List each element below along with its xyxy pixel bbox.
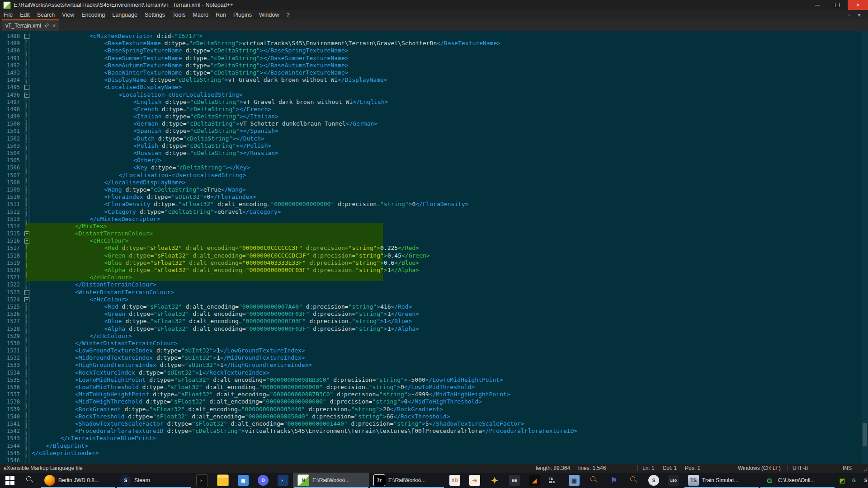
- gecko-taskbar-button[interactable]: GC:\Users\Onli...: [760, 473, 835, 488]
- code-line[interactable]: 1509<Wang d:type="cDeltaString">eTrue</W…: [0, 186, 862, 193]
- code-line[interactable]: 1512<Category d:type="cDeltaString">eGra…: [0, 208, 862, 216]
- fold-collapse-icon[interactable]: −: [24, 93, 29, 98]
- code-line[interactable]: 1493<BaseWinterTextureName d:type="cDelt…: [0, 69, 862, 76]
- code-line[interactable]: 1517<Red d:type="sFloat32" d:alt_encodin…: [0, 244, 862, 252]
- tsdls-taskbar-button[interactable]: TS DLS: [544, 473, 564, 488]
- fold-margin[interactable]: −: [23, 33, 32, 40]
- fold-margin[interactable]: −: [23, 84, 32, 91]
- code-line[interactable]: 1525<Red d:type="sFloat32" d:alt_encodin…: [0, 303, 862, 310]
- menu-item-window[interactable]: Window: [255, 12, 283, 18]
- fold-collapse-icon[interactable]: −: [24, 231, 29, 236]
- trainsim-taskbar-button[interactable]: TSTrain Simulat...: [684, 473, 760, 488]
- menu-item-file[interactable]: File: [0, 12, 16, 18]
- affinity-taskbar-button[interactable]: ◢: [524, 473, 544, 488]
- finder1-taskbar-button[interactable]: [584, 473, 604, 488]
- menu-item-encoding[interactable]: Encoding: [78, 12, 108, 18]
- fold-margin[interactable]: −: [23, 230, 32, 237]
- code-line[interactable]: 1515−<DistantTerrainColour>: [0, 230, 862, 237]
- code-line[interactable]: 1518<Green d:type="sFloat32" d:alt_encod…: [0, 252, 862, 259]
- resize-grip[interactable]: [861, 464, 868, 473]
- explorer-taskbar-button[interactable]: [212, 473, 233, 488]
- code-line[interactable]: 1532<MidGroundTextureIndex d:type="sUInt…: [0, 354, 862, 361]
- finder2-taskbar-button[interactable]: [624, 473, 644, 488]
- code-line[interactable]: 1500<German d:type="cDeltaString">vT Sch…: [0, 120, 862, 127]
- code-line[interactable]: 1541<ShadowTextureScaleFactor d:type="sF…: [0, 420, 862, 427]
- code-line[interactable]: 1489<BaseTextureName d:type="cDeltaStrin…: [0, 40, 862, 47]
- tab-close-icon[interactable]: ×: [52, 23, 56, 28]
- fold-margin[interactable]: −: [23, 296, 32, 303]
- firefox-taskbar-button[interactable]: Berlin JWD 0.8...: [40, 473, 116, 488]
- code-line[interactable]: 1501<Spanish d:type="cDeltaString"></Spa…: [0, 127, 862, 135]
- editor-pane[interactable]: 1488−<cMixTexDescriptor d:id="15717">148…: [0, 31, 862, 464]
- code-line[interactable]: 1505<Other/>: [0, 157, 862, 164]
- calculator-taskbar-button[interactable]: ▦: [233, 473, 253, 488]
- search-taskbar-button[interactable]: [20, 473, 40, 488]
- hxd-taskbar-button[interactable]: XD: [445, 473, 465, 488]
- code-line[interactable]: 1526<Green d:type="sFloat32" d:alt_encod…: [0, 310, 862, 318]
- code-line[interactable]: 1488−<cMixTexDescriptor d:id="15717">: [0, 33, 862, 40]
- scrollbar-thumb[interactable]: [863, 423, 867, 446]
- code-line[interactable]: 1510<FloraIndex d:type="sUInt32">0</Flor…: [0, 193, 862, 201]
- code-line[interactable]: 1495−<LocalisedDisplayName>: [0, 84, 862, 91]
- start-taskbar-button[interactable]: [0, 473, 20, 488]
- code-line[interactable]: 1497<English d:type="cDeltaString">vT Gr…: [0, 99, 862, 106]
- menu-item-settings[interactable]: Settings: [141, 12, 169, 18]
- nvidia-tray-icon[interactable]: ◩: [837, 475, 847, 485]
- menu-item-plugins[interactable]: Plugins: [230, 12, 255, 18]
- code-line[interactable]: 1498<French d:type="cDeltaString"></Fren…: [0, 106, 862, 113]
- code-line[interactable]: 1519<Blue d:type="sFloat32" d:alt_encodi…: [0, 259, 862, 267]
- fold-collapse-icon[interactable]: −: [24, 290, 29, 295]
- notepadpp-taskbar-button[interactable]: NE:\RailWorks\...: [293, 473, 369, 488]
- steam-taskbar-button[interactable]: SSteam: [116, 473, 192, 488]
- close-button[interactable]: ×: [848, 0, 868, 10]
- new-tab-icon[interactable]: +: [848, 12, 850, 18]
- lso-taskbar-button[interactable]: LSO: [664, 473, 684, 488]
- fold-collapse-icon[interactable]: −: [24, 85, 29, 90]
- maximize-button[interactable]: [827, 0, 848, 10]
- discord-taskbar-button[interactable]: D: [253, 473, 273, 488]
- cmd-taskbar-button[interactable]: >_: [192, 473, 212, 488]
- gecko-tray-icon[interactable]: G: [849, 475, 859, 485]
- s-tool-taskbar-button[interactable]: S: [644, 473, 664, 488]
- code-line[interactable]: 1530</WinterDistantTerrainColour>: [0, 340, 862, 347]
- gold-tool-taskbar-button[interactable]: ✦: [485, 473, 505, 488]
- steam-tray-icon[interactable]: S: [861, 475, 868, 485]
- pin-icon[interactable]: [44, 23, 49, 28]
- code-line[interactable]: 1490<BaseSpringTextureName d:type="cDelt…: [0, 47, 862, 54]
- sevenzip-taskbar-button[interactable]: 7zE:\RailWorks\...: [369, 473, 445, 488]
- code-line[interactable]: 1545</cBlueprintLoader>: [0, 450, 862, 457]
- menu-item-search[interactable]: Search: [33, 12, 59, 18]
- fold-collapse-icon[interactable]: −: [24, 297, 29, 302]
- code-line[interactable]: 1524−<cHcColour>: [0, 296, 862, 303]
- tab-vt-terrain[interactable]: vT_Terrain.xml ×: [2, 19, 59, 31]
- eib-taskbar-button[interactable]: EiB: [505, 473, 524, 488]
- code-line[interactable]: 1516−<cHcColour>: [0, 237, 862, 244]
- code-line[interactable]: 1520<Alpha d:type="sFloat32" d:alt_encod…: [0, 267, 862, 274]
- menu-item-macro[interactable]: Macro: [189, 12, 212, 18]
- code-line[interactable]: 1523−<WinterDistantTerrainColour>: [0, 289, 862, 296]
- code-line[interactable]: 1531<LowGroundTextureIndex d:type="sUInt…: [0, 347, 862, 354]
- code-line[interactable]: 1536<LowToMidThreshold d:type="sFloat32"…: [0, 384, 862, 391]
- code-line[interactable]: 1540<RockThreshold d:type="sFloat32" d:a…: [0, 413, 862, 420]
- code-line[interactable]: 1507</Localisation-cUserLocalisedString>: [0, 172, 862, 179]
- minimize-button[interactable]: [807, 0, 827, 10]
- tab-list-icon[interactable]: ▼: [857, 12, 862, 18]
- installer-taskbar-button[interactable]: ➔: [465, 473, 485, 488]
- code-line[interactable]: 1504<Russian d:type="cDeltaString"></Rus…: [0, 150, 862, 157]
- code-line[interactable]: 1546: [0, 457, 862, 464]
- code-line[interactable]: 1506<Key d:type="cDeltaString"></Key>: [0, 164, 862, 171]
- code-line[interactable]: 1544</Blueprint>: [0, 442, 862, 450]
- code-line[interactable]: 1528<Alpha d:type="sFloat32" d:alt_encod…: [0, 325, 862, 333]
- code-line[interactable]: 1543</cTerrainTextureBluePrint>: [0, 435, 862, 442]
- code-line[interactable]: 1514</MixTex>: [0, 223, 862, 230]
- code-line[interactable]: 1529</cHcColour>: [0, 333, 862, 340]
- code-line[interactable]: 1499<Italian d:type="cDeltaString"></Ita…: [0, 113, 862, 120]
- code-line[interactable]: 1538<MidToHighThreshold d:type="sFloat32…: [0, 398, 862, 405]
- code-line[interactable]: 1521</cHcColour>: [0, 274, 862, 281]
- code-line[interactable]: 1533<HighGroundTextureIndex d:type="sUIn…: [0, 361, 862, 369]
- fold-margin[interactable]: −: [23, 91, 32, 99]
- menu-item-edit[interactable]: Edit: [16, 12, 33, 18]
- code-line[interactable]: 1508</LocalisedDisplayName>: [0, 179, 862, 186]
- menu-item-help[interactable]: ?: [283, 12, 293, 18]
- code-line[interactable]: 1539<RockGradient d:type="sFloat32" d:al…: [0, 406, 862, 413]
